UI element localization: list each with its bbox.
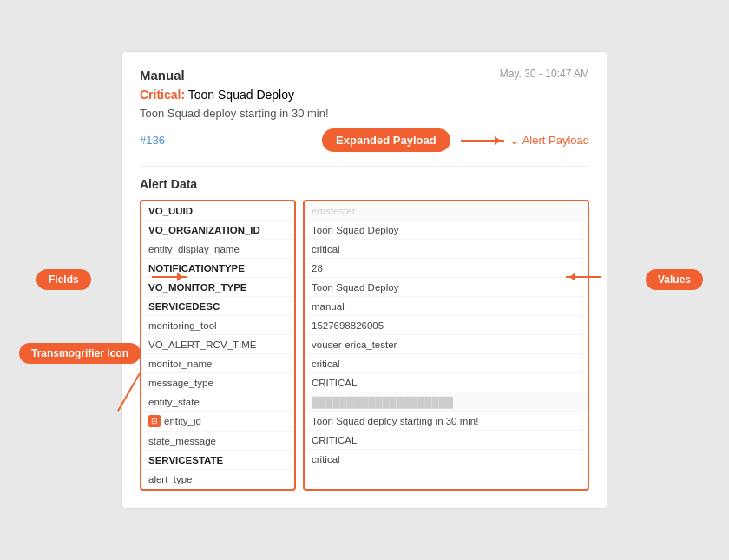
field-row: state_message (141, 432, 294, 451)
card-actions: #136 Expanded Payload ⌄ Alert Payload (140, 128, 589, 152)
field-row: entity_state (141, 392, 294, 412)
field-row: VO_ALERT_RCV_TIME (141, 335, 294, 354)
value-row: critical (305, 354, 588, 373)
fields-annotation-label: Fields (36, 269, 91, 290)
field-row: SERVICESTATE (141, 451, 294, 470)
card-description: Toon Squad deploy starting in 30 min! (140, 107, 589, 120)
card-header: Manual May. 30 - 10:47 AM (140, 68, 589, 82)
value-row: critical (305, 240, 588, 259)
card-title: Manual (140, 68, 185, 82)
value-row: ████████████████████ (305, 392, 588, 412)
values-annotation-arrow (566, 276, 601, 278)
transmogrifier-annotation-label: Transmogrifier Icon (19, 343, 141, 364)
value-row: emstester (305, 201, 588, 221)
card-subtitle: Critical: Toon Squad Deploy (140, 88, 589, 102)
field-row: ⊞entity_id (141, 412, 294, 432)
value-row: Toon Squad Deploy (305, 221, 588, 240)
value-row: Toon Squad Deploy (305, 278, 588, 297)
arrow-icon (461, 140, 504, 142)
alert-payload-link[interactable]: ⌄ Alert Payload (509, 134, 589, 147)
field-row: VO_ORGANIZATION_ID (141, 221, 294, 240)
severity-title: Toon Squad Deploy (188, 88, 294, 102)
field-row: VO_MONITOR_TYPE (141, 278, 294, 297)
field-row: NOTIFICATIONTYPE (141, 259, 294, 278)
field-row: message_type (141, 373, 294, 392)
fields-column: VO_UUIDVO_ORGANIZATION_IDentity_display_… (140, 200, 296, 491)
alert-data-section: Alert Data VO_UUIDVO_ORGANIZATION_IDenti… (140, 166, 589, 491)
value-row: 1527698826005 (305, 316, 588, 335)
value-row: Toon Squad deploy starting in 30 min! (305, 412, 588, 431)
values-annotation-label: Values (646, 269, 703, 290)
value-row: CRITICAL (305, 431, 588, 450)
value-row: 28 (305, 259, 588, 278)
fields-annotation-arrow (152, 276, 187, 278)
card-timestamp: May. 30 - 10:47 AM (500, 68, 589, 80)
alert-data-title: Alert Data (140, 177, 589, 191)
field-row: monitor_name (141, 354, 294, 373)
ticket-ref-link[interactable]: #136 (140, 134, 165, 147)
arrow-alert-payload: ⌄ Alert Payload (461, 134, 589, 147)
value-row: vouser-erica_tester (305, 335, 588, 354)
main-card: Manual May. 30 - 10:47 AM Critical: Toon… (122, 51, 608, 509)
expanded-payload-button[interactable]: Expanded Payload (322, 128, 450, 152)
severity-label: Critical: (140, 88, 185, 102)
chevron-down-icon: ⌄ (509, 134, 519, 147)
field-row: entity_display_name (141, 240, 294, 259)
value-row: CRITICAL (305, 373, 588, 392)
field-row: alert_type (141, 470, 294, 489)
field-row: monitoring_tool (141, 316, 294, 335)
value-row: manual (305, 297, 588, 316)
value-row: critical (305, 450, 588, 469)
field-row: VO_UUID (141, 201, 294, 221)
data-columns: VO_UUIDVO_ORGANIZATION_IDentity_display_… (140, 200, 589, 491)
values-column: emstesterToon Squad Deploycritical28Toon… (303, 200, 589, 491)
field-row: SERVICEDESC (141, 297, 294, 316)
